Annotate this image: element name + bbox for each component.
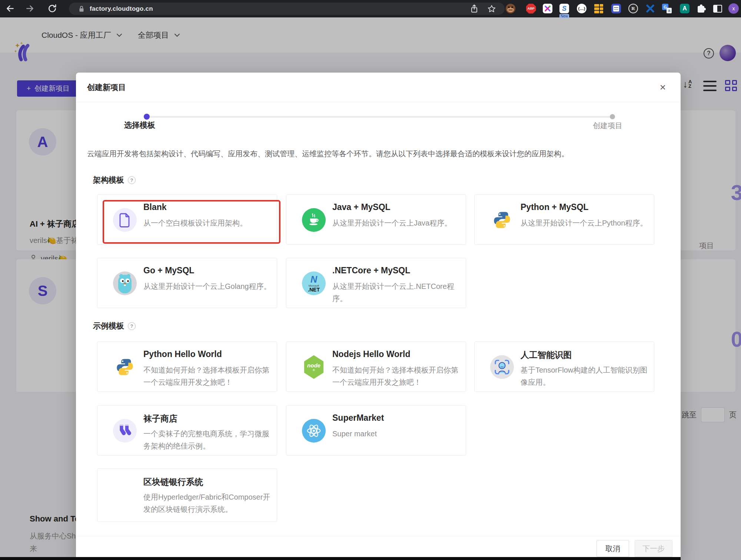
stepper-dot-active [144, 114, 150, 120]
go-gopher-icon [113, 271, 137, 295]
notes-icon[interactable] [611, 3, 621, 14]
template-card-supermarket[interactable]: SuperMarket Super market [286, 405, 466, 456]
bricks-icon[interactable] [594, 3, 604, 14]
react-icon [302, 419, 326, 443]
template-card-blank[interactable]: Blank 从一个空白模板设计应用架构。 [97, 194, 277, 245]
sidebar-toggle-icon[interactable] [712, 3, 723, 14]
modal-title: 创建新项目 [87, 73, 126, 102]
close-icon[interactable]: × [657, 81, 669, 93]
question-mark-icon[interactable]: ? [128, 322, 136, 330]
bookmark-star-icon[interactable] [487, 4, 496, 14]
tampermonkey-icon[interactable] [505, 3, 516, 14]
screen: factory.cloudtogo.cn ABP S New [0, 0, 741, 560]
r-circle-icon[interactable]: R [628, 3, 638, 14]
template-card-netcore-mysql[interactable]: N Microsoft .NET .NETCore + MySQL 从这里开始设… [286, 258, 466, 308]
section-sample-templates: 示例模板 ? [93, 321, 136, 331]
lock-icon [79, 5, 84, 13]
template-card-socks-shop[interactable]: 袜子商店 一个卖袜子的完整电商系统，学习微服务架构的绝佳示例。 [97, 405, 277, 456]
nodejs-icon: node® [302, 355, 326, 379]
template-card-python-hello-world[interactable]: Python Hello World 不知道如何开始？选择本模板开启你第一个云端… [97, 341, 277, 392]
template-card-python-mysql[interactable]: Python + MySQL 从这里开始设计一个云上Python程序。 [474, 194, 654, 245]
window-bottom-edge [0, 557, 681, 560]
share-icon[interactable] [470, 4, 479, 14]
address-bar[interactable]: factory.cloudtogo.cn [69, 3, 505, 15]
socks-icon [113, 419, 137, 443]
a-extension-icon[interactable]: A [679, 3, 690, 14]
s-extension-icon[interactable]: S New [559, 3, 569, 14]
section-architecture-templates: 架构模板 ? [93, 175, 136, 185]
ai-vision-icon [490, 355, 514, 379]
create-project-modal: 创建新项目 × 选择模板 创建项目 云端应用开发将包括架构设计、代码编写、应用发… [76, 73, 681, 560]
blank-document-icon [113, 208, 137, 232]
next-step-button[interactable]: 下一步 [635, 540, 672, 557]
x-extension-icon[interactable] [542, 3, 553, 14]
new-badge: New [559, 12, 569, 19]
profile-x-icon[interactable]: x [728, 3, 739, 14]
python-icon [490, 208, 514, 232]
reload-icon[interactable] [47, 4, 57, 13]
modal-footer-divider [76, 536, 681, 536]
template-card-nodejs-hello-world[interactable]: node® Nodejs Hello World 不知道如何开始？选择本模板开启… [286, 341, 466, 392]
cancel-button[interactable]: 取消 [597, 540, 629, 557]
template-card-java-mysql[interactable]: Java + MySQL 从这里开始设计一个云上Java程序。 [286, 194, 466, 245]
modal-header: 创建新项目 × [76, 73, 681, 102]
stepper-track [147, 116, 612, 118]
browser-toolbar: factory.cloudtogo.cn ABP S New [0, 0, 741, 17]
dotnet-icon: N Microsoft .NET [302, 271, 326, 295]
template-card-ai-vision[interactable]: 人工智能识图 基于TensorFlow构建的人工智能识别图像应用。 [474, 341, 654, 392]
step-label-choose-template: 选择模板 [124, 120, 155, 130]
puzzle-icon[interactable] [697, 3, 707, 14]
code-braces-icon[interactable]: {…} [576, 3, 587, 14]
forward-icon[interactable] [25, 4, 35, 13]
url-text: factory.cloudtogo.cn [90, 5, 153, 13]
question-mark-icon[interactable]: ? [128, 176, 136, 184]
modal-description: 云端应用开发将包括架构设计、代码编写、应用发布、测试管理、运维监控等各个环节。请… [87, 149, 671, 159]
step-label-create-project: 创建项目 [593, 121, 622, 131]
blue-x-icon[interactable] [645, 3, 655, 14]
translate-icon[interactable]: G a [662, 3, 672, 14]
stepper-dot-inactive [610, 114, 615, 119]
java-icon [302, 208, 326, 232]
adblock-plus-icon[interactable]: ABP [526, 3, 536, 14]
template-card-blockchain-bank[interactable]: 区块链银行系统 使用Hyperledger/Fabric和Composer开发的… [97, 469, 277, 522]
back-icon[interactable] [5, 4, 15, 13]
template-card-go-mysql[interactable]: Go + MySQL 从这里开始设计一个云上Golang程序。 [97, 258, 277, 308]
python-icon [113, 355, 137, 379]
